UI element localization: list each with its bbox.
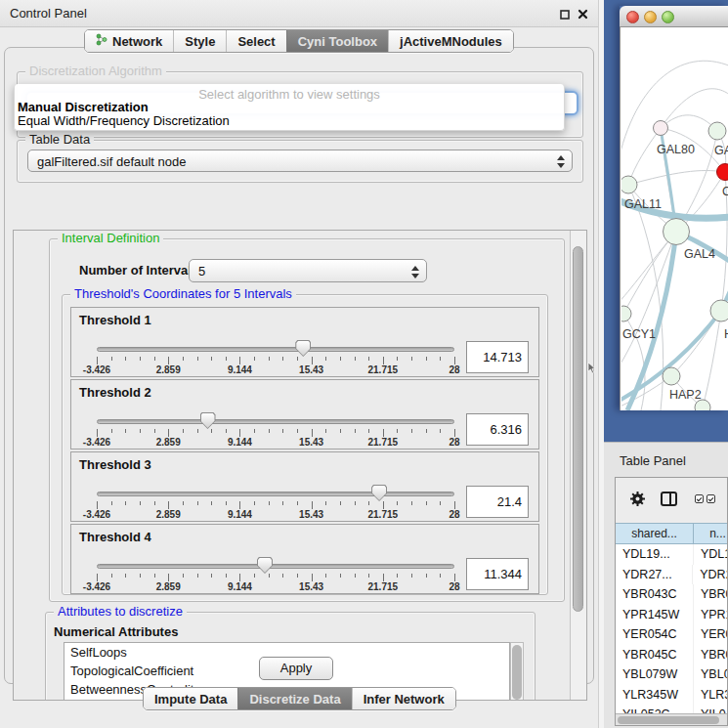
threshold-value-field[interactable]: 11.344 <box>466 558 529 590</box>
threshold-value-field[interactable]: 21.4 <box>466 486 529 518</box>
node-label: GAL4 <box>684 247 715 261</box>
settings-vertical-scrollbar[interactable] <box>570 231 586 700</box>
tab-style[interactable]: Style <box>173 30 226 52</box>
network-node-c[interactable] <box>717 164 728 181</box>
node-label: H <box>724 327 728 341</box>
zoom-traffic-light[interactable] <box>662 11 674 23</box>
tab-jactivemnodules[interactable]: jActiveMNodules <box>388 30 513 52</box>
cell-name: YIL0... <box>694 705 728 713</box>
table-row[interactable]: YER054CYER0... <box>616 624 728 645</box>
numerical-attributes-label: Numerical Attributes <box>54 624 178 639</box>
select-checkbox-icon[interactable] <box>695 494 704 503</box>
table-row[interactable]: YBR043CYBR0... <box>616 584 728 605</box>
scrollbar-thumb[interactable] <box>573 246 583 612</box>
threshold-label: Threshold 2 <box>79 385 151 400</box>
network-node-gcy1[interactable] <box>621 306 631 321</box>
cell-name: YBL0... <box>694 664 728 685</box>
threshold-slider-track[interactable] <box>97 419 454 424</box>
threshold-value-field[interactable]: 6.316 <box>466 413 529 446</box>
select-all-checkbox-icon[interactable] <box>707 494 715 503</box>
threshold-panel: Threshold 3-3.4262.8599.14415.4321.71528… <box>70 451 539 522</box>
table-horizontal-scrollbar[interactable] <box>616 713 727 726</box>
tab-impute-data[interactable]: Impute Data <box>144 688 237 709</box>
table-row[interactable]: YLR345WYLR3... <box>616 685 728 706</box>
threshold-label: Threshold 3 <box>79 457 151 472</box>
cell-name: YBR0... <box>694 584 728 605</box>
tab-network[interactable]: Network <box>85 30 173 52</box>
slider-tick-label: 21.715 <box>354 581 412 592</box>
threshold-slider-track[interactable] <box>97 492 454 496</box>
tab-label: Infer Network <box>364 692 445 707</box>
slider-tick-labels: -3.4262.8599.14415.4321.71528 <box>97 581 454 592</box>
threshold-slider-thumb[interactable] <box>200 412 216 429</box>
table-data-combo[interactable]: galFiltered.sif default node <box>27 150 573 172</box>
node-table: shared... n... YDL19...YDL1...YDR27...YD… <box>615 477 728 726</box>
group-title: Attributes to discretize <box>54 605 187 619</box>
dropdown-option-manual[interactable]: Manual Discretization <box>18 100 149 114</box>
table-toolbar <box>616 478 727 521</box>
network-node-gal80[interactable] <box>654 121 668 136</box>
close-icon[interactable] <box>578 6 588 23</box>
network-node-hap2[interactable] <box>663 367 680 385</box>
table-row[interactable]: YDR27...YDR2... <box>616 565 728 585</box>
slider-tick-label: -3.426 <box>67 364 126 375</box>
attributes-list-scrollbar[interactable] <box>510 642 524 701</box>
table-body: YDL19...YDL1...YDR27...YDR2...YBR043CYBR… <box>616 544 728 713</box>
network-node-ga[interactable] <box>708 122 726 140</box>
network-node-h[interactable] <box>710 300 728 321</box>
dropdown-option-equal-width[interactable]: Equal Width/Frequency Discretization <box>18 113 230 128</box>
number-of-intervals-combo[interactable]: 5 <box>189 259 427 282</box>
slider-tick-label: 15.43 <box>282 581 341 592</box>
threshold-slider-track[interactable] <box>97 347 454 352</box>
tab-infer-network[interactable]: Infer Network <box>352 688 455 709</box>
tab-cyni-toolbox[interactable]: Cyni Toolbox <box>286 30 388 52</box>
slider-tick-label: 9.144 <box>210 581 269 592</box>
network-icon <box>96 33 107 49</box>
slider-tick-label: -3.426 <box>67 581 126 592</box>
column-header-shared-name[interactable]: shared... <box>616 523 694 544</box>
float-window-icon[interactable] <box>560 6 570 23</box>
threshold-slider-thumb[interactable] <box>295 340 311 357</box>
slider-tick-label: -3.426 <box>67 437 126 448</box>
control-panel-tabs: Network Style Select Cyni Toolbox jActiv… <box>84 29 514 53</box>
table-row[interactable]: YPR145WYPR1... <box>616 605 728 625</box>
network-node-gal4[interactable] <box>664 219 690 245</box>
threshold-value-field[interactable]: 14.713 <box>466 341 529 373</box>
number-of-intervals-label: Number of Intervals <box>79 263 198 278</box>
slider-tick-label: 2.859 <box>139 581 197 592</box>
table-row[interactable]: YBL079WYBL0... <box>616 664 728 685</box>
table-row[interactable]: YBR045CYBR0... <box>616 645 728 665</box>
threshold-slider-thumb[interactable] <box>371 485 387 501</box>
table-row[interactable]: YIL052CYIL0... <box>616 705 728 713</box>
threshold-panel: Threshold 2-3.4262.8599.14415.4321.71528… <box>70 379 539 450</box>
table-panel-title: Table Panel <box>620 453 686 468</box>
cell-shared-name: YER054C <box>616 624 694 645</box>
gear-icon[interactable] <box>629 491 646 511</box>
combo-value: galFiltered.sif default node <box>37 154 186 169</box>
cell-name: YDL1... <box>694 544 728 565</box>
screen: Control Panel Network Style Select Cyni … <box>0 0 728 728</box>
cell-name: YDR2... <box>693 565 728 585</box>
network-node-gal11[interactable] <box>621 176 637 193</box>
cyni-toolbox-page: Discretization Algorithm Table Data galF… <box>4 47 594 684</box>
slider-tick-labels: -3.4262.8599.14415.4321.71528 <box>97 364 454 375</box>
slider-tick-labels: -3.4262.8599.14415.4321.71528 <box>97 509 454 520</box>
tab-select[interactable]: Select <box>226 30 285 52</box>
minimize-traffic-light[interactable] <box>644 11 657 23</box>
threshold-slider-track[interactable] <box>97 564 454 569</box>
table-row[interactable]: YDL19...YDL1... <box>616 544 728 565</box>
cell-shared-name: YBL079W <box>616 664 694 685</box>
close-traffic-light[interactable] <box>626 11 639 23</box>
network-canvas[interactable]: GAL80GACGAL11GAL4GCY1HHAP2 <box>620 27 728 410</box>
tab-discretize-data[interactable]: Discretize Data <box>237 688 351 709</box>
column-header-name[interactable]: n... <box>694 523 728 544</box>
columns-icon[interactable] <box>661 492 677 506</box>
combo-stepper-icon <box>556 154 565 169</box>
group-title: Discretization Algorithm <box>25 64 166 78</box>
node-label: GAL11 <box>624 197 662 211</box>
cell-name: YBR0... <box>694 645 728 665</box>
threshold-slider-thumb[interactable] <box>257 557 273 574</box>
cyni-sub-tabs: Impute Data Discretize Data Infer Networ… <box>143 687 456 710</box>
apply-button[interactable]: Apply <box>259 657 333 680</box>
cell-shared-name: YLR345W <box>616 685 694 706</box>
